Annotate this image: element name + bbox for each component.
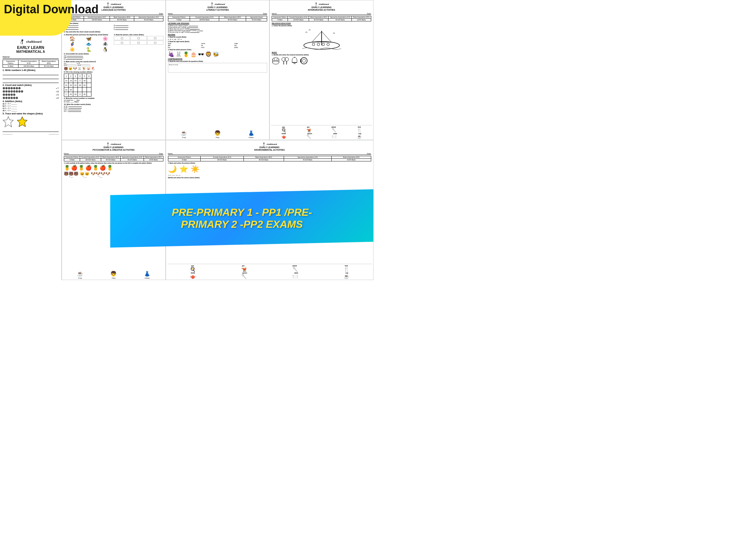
lang-pic1: 🏠 (64, 36, 80, 41)
left-q1-line1 (3, 72, 59, 75)
kitchen-icons-row2: 🫖 🥄 🍽️ ☕ (271, 134, 372, 139)
literacy-r3: 3. Read the below pictures (7mks) (168, 49, 267, 51)
svg-point-13 (273, 61, 279, 64)
rubric-header-1: Assessment Rubrics (3, 60, 19, 65)
language-logo-icon (106, 2, 110, 6)
psychomotor-name-date: Name: Date: (64, 153, 163, 155)
env-kitchen-words-top: pan pot whisk fork (167, 264, 372, 267)
env-kitchen-icons: 🍳 🫕 🥄 🍴 (167, 267, 372, 272)
env-bottom: pan pot whisk fork 🍳 🫕 🥄 🍴 kettle spoon … (167, 264, 372, 279)
svg-marker-0 (3, 117, 13, 127)
left-q4: 4. Addition (4mks) (3, 100, 59, 102)
lang-pic5: 🐟 (80, 42, 97, 47)
rel-q1: 1. Colour the pictures (4mks) (272, 25, 371, 27)
literacy-logo-icon (210, 2, 214, 6)
integrated-title: EARLY LEARNING (272, 6, 371, 9)
language-panel: chalkboard EARLY LEARNING LANGUAGE ACTIV… (61, 0, 166, 140)
chalkboard-logo-left (20, 39, 25, 45)
maracas-icon (281, 57, 289, 65)
left-title1: EARLY LEARN (3, 45, 59, 50)
left-q5: 5. Trace and name the shapes (2mks) (3, 112, 59, 115)
left-q1: 1. Write numbers 1-40 (20mks) (3, 69, 59, 71)
lang-q1e: e) (114, 27, 163, 28)
environmental-name-date: Name: Date: (168, 153, 371, 155)
literacy-r1: 1. Read the sounds (5mks) (168, 36, 267, 38)
shape-row (3, 116, 59, 127)
rubric-header-3: Meets Expectations (M.E) (39, 60, 59, 65)
literacy-panel: chalkboard EARLY LEARNING LITERACY ACTIV… (166, 0, 270, 140)
left-q1-line3 (3, 80, 59, 83)
left-worksheet-panel: chalkboard EARLY LEARN MATHEMATICAL A Na… (0, 0, 61, 280)
integrated-subtitle: INTERGRATED ACTIVITIES (272, 9, 371, 11)
psychomotor-logo-icon (106, 142, 110, 146)
rubric-row-2: 100-81% Mark (19, 65, 39, 68)
rubric-row-3: 80-41% Mark (39, 65, 59, 68)
left-title2: MATHEMATICAL A (3, 50, 59, 53)
digital-download-label: Digital Download (4, 3, 99, 16)
svg-marker-5 (312, 31, 321, 42)
dots-row-3: ⬤⬤⬤⬤⬤ • 5 (3, 93, 59, 96)
psychomotor-header: chalkboard EARLY LEARNING PSYCHOMOTOR & … (64, 142, 163, 151)
rubric-row-1: % Mark (3, 65, 19, 68)
environmental-logo-icon (262, 142, 266, 146)
pattern-row: 🍍 🍎 🍍 🍎 🍍 🍎 🍍 (64, 165, 163, 171)
psychomotor-bottom-words: ☕ A cup 👦 A boy 👗 A dress (63, 270, 164, 279)
sounds-row: ackengitha (168, 38, 267, 40)
lang-q1: 1. Dictation (6mks) (64, 22, 163, 24)
literacy-title: EARLY LEARNING (168, 6, 267, 9)
dots-row-1: ⬤⬤⬤⬤⬤⬤⬤ • 7 (3, 87, 59, 89)
literacy-bottom-words: ☕ A cup 👦 A boy 👗 A dress (167, 130, 268, 138)
music-q1: 1. Identify and colour the musical instr… (272, 54, 371, 56)
integrated-panel: chalkboard EARLY LEARNING INTERGRATED AC… (269, 0, 374, 140)
environmental-title: EARLY LEARNING (168, 146, 371, 149)
lang-q6: 6. Make words using the sounds below (5 (64, 61, 163, 62)
integrated-bottom: pan pot whisk fork 🍳 🫕 🥄 🍴 kettle spoon … (271, 125, 372, 139)
svg-point-23 (301, 58, 307, 64)
lang-sounds: a) ji ____________ c) ck ____________ b)… (64, 63, 163, 66)
integrated-name-date: Name: Date: (272, 12, 371, 15)
environmental-logo-text: chalkboard (266, 143, 277, 145)
rel-edu-label: RELIGIOUS EDUCATION (272, 22, 371, 24)
lang-pic8: 🐍 (80, 47, 97, 52)
svg-point-8 (322, 43, 325, 46)
env-q1: 1. Name and colour the pictures (2mks) (168, 162, 371, 164)
star-filled (17, 116, 28, 127)
environmental-rubric: Assessment Rubrics Exceeds Expectations … (168, 156, 371, 161)
kitchen-icons-row: 🍳 🫕 🥄 🍴 (271, 128, 372, 133)
banner-line1: PRE-PRIMARY 1 - PP1 /PRE- (172, 207, 312, 218)
lang-q5: 5. Unscramble the words (3mks) (64, 53, 163, 55)
left-q4a: a) 3 + 5 = _____ (3, 103, 59, 105)
nature-icons-row: 🌙 ⭐ ☀️ (168, 165, 371, 174)
lang-q9: 9. Write the correct number to complete (64, 97, 163, 99)
integrated-header: chalkboard EARLY LEARNING INTERGRATED AC… (272, 2, 371, 11)
psychomotor-q1: 1. Look carefully at the pattern below, … (64, 162, 163, 164)
listening-section-label: LISTENING AND SPEAKING (168, 22, 267, 24)
literacy-r2: 2. Read the sight words (6mks) (168, 41, 267, 43)
lang-q8: 8. Fill in the missing numbers (8mks) (64, 71, 163, 73)
svg-line-15 (277, 58, 278, 60)
literacy-header: chalkboard EARLY LEARNING LITERACY ACTIV… (168, 2, 267, 11)
rubric-header-2: Exceeds Expectations (E.E) (19, 60, 39, 65)
psychomotor-bottom: ☕ A cup 👦 A boy 👗 A dress (63, 270, 164, 279)
svg-point-9 (327, 43, 329, 46)
lang-pic6: 🕷️ (97, 42, 113, 47)
dots-row-2: ⬤⬤⬤⬤⬤⬤⬤⬤ • 8 (3, 90, 59, 93)
psychomotor-title: EARLY LEARNING (64, 146, 163, 149)
psychomotor-subtitle: PSYCHOMOTOR & CREATIVE ACTIVITIES (64, 149, 163, 151)
svg-point-24 (303, 59, 306, 62)
drum-icon (272, 57, 280, 65)
left-name-field: Name: (3, 55, 59, 59)
left-rubric-table: Assessment Rubrics Exceeds Expectations … (3, 60, 59, 68)
lang-pic7: ☀️ (64, 47, 80, 52)
literacy-pictures: 🍇 🐰 🍍 🎂 🕶️ 🦁 🐝 (168, 51, 267, 57)
svg-line-14 (274, 58, 275, 60)
language-rubric: Assessment Rubrics Exceeds Expectations … (64, 16, 163, 21)
lang-q1a: a) (64, 25, 113, 26)
lang-q1c: c) (64, 28, 113, 30)
lang-pic2: 🦋 (80, 36, 97, 41)
banner-line2: PRIMARY 2 -PP2 EXAMS (172, 218, 312, 231)
environmental-subtitle: ENVIRONMENTAL ACTIVITIES (168, 149, 371, 151)
lang-q1d: d) (114, 25, 163, 26)
instruments-row (272, 57, 371, 65)
shape-labels: ___________ ___________ (3, 133, 59, 134)
